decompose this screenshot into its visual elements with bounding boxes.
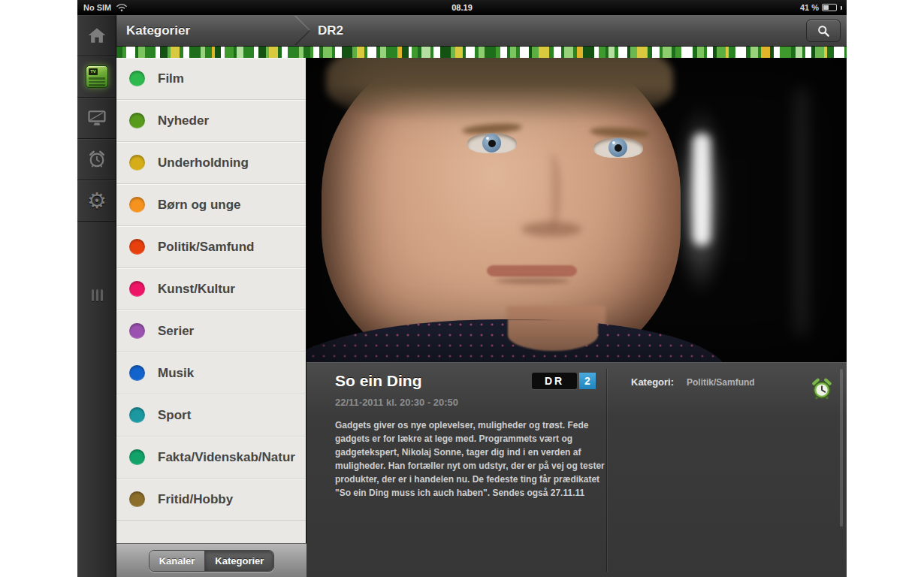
portrait-hair xyxy=(326,58,673,122)
category-row[interactable]: Fritid/Hobby xyxy=(116,479,306,521)
barcode-bar xyxy=(313,47,319,58)
barcode-bar xyxy=(433,47,440,58)
category-row[interactable]: Børn og unge xyxy=(116,184,306,226)
barcode-bar xyxy=(750,47,758,58)
category-row[interactable]: Sport xyxy=(116,394,306,437)
barcode-bar xyxy=(729,47,735,58)
category-field-value: Politik/Samfund xyxy=(687,377,755,388)
barcode-bar xyxy=(386,47,397,58)
barcode-bar xyxy=(815,47,824,58)
barcode-bar xyxy=(510,47,516,58)
barcode-bar xyxy=(455,47,463,58)
segment-kanaler[interactable]: Kanaler xyxy=(149,551,205,571)
category-row[interactable]: Nyheder xyxy=(116,100,306,142)
set-reminder-button[interactable] xyxy=(809,376,835,402)
barcode-bar xyxy=(652,47,660,58)
barcode-bar xyxy=(116,47,122,58)
category-row[interactable]: Musik xyxy=(116,352,306,394)
category-row[interactable]: Film xyxy=(116,58,306,100)
barcode-bar xyxy=(183,47,189,58)
list-toolbar: Kanaler Kategorier xyxy=(116,543,306,577)
program-info-panel: So ein Ding DR 2 22/11-2011 kl. 20:30 - … xyxy=(306,362,847,577)
category-color-dot xyxy=(129,281,145,297)
barcode-bar xyxy=(681,47,693,58)
barcode-bar xyxy=(160,47,168,58)
info-divider xyxy=(607,369,608,572)
program-datetime: 22/11-2011 kl. 20:30 - 20:50 xyxy=(335,397,458,408)
category-row[interactable]: Underholdning xyxy=(116,142,306,184)
scrollbar[interactable] xyxy=(840,369,843,527)
category-color-dot xyxy=(129,407,145,423)
status-bar: No SIM 08.19 41 % xyxy=(77,0,847,15)
barcode-bar xyxy=(126,47,135,58)
dr2-channel-logo: DR 2 xyxy=(532,373,596,389)
barcode-bar xyxy=(697,47,704,58)
rail-item-home[interactable] xyxy=(77,15,116,56)
category-label: Kunst/Kultur xyxy=(158,282,235,297)
category-label: Underholdning xyxy=(158,156,249,171)
category-row[interactable]: Politik/Samfund xyxy=(116,226,306,268)
category-color-dot xyxy=(129,323,145,339)
tv-screen-icon xyxy=(86,107,107,128)
category-color-dot xyxy=(129,491,145,507)
barcode-bar xyxy=(780,47,791,58)
category-label: Film xyxy=(158,71,184,86)
barcode-bar xyxy=(554,47,561,58)
category-color-dot xyxy=(129,449,145,465)
barcode-bar xyxy=(342,47,352,58)
category-color-dot xyxy=(129,365,145,381)
tv-guide-icon: TV xyxy=(86,65,108,88)
icon-rail: TV ⚙ xyxy=(77,15,116,577)
barcode-bar xyxy=(323,47,332,58)
category-row[interactable]: Serier xyxy=(116,310,306,352)
barcode-bar xyxy=(805,47,811,58)
rail-item-tv-guide-active[interactable]: TV xyxy=(77,56,116,98)
barcode-bar xyxy=(630,47,637,58)
barcode-bar xyxy=(577,47,583,58)
category-label: Politik/Samfund xyxy=(158,240,254,255)
rail-item-settings[interactable]: ⚙ xyxy=(77,180,116,222)
barcode-bar xyxy=(145,47,156,58)
breadcrumb-kategorier[interactable]: Kategorier xyxy=(126,15,190,47)
rail-item-channels[interactable] xyxy=(77,98,116,139)
barcode-bar xyxy=(500,47,507,58)
category-field-label: Kategori: xyxy=(631,376,674,388)
barcode-bar xyxy=(583,47,594,58)
category-label: Fakta/Videnskab/Natur xyxy=(158,450,295,465)
category-row[interactable]: Kunst/Kultur xyxy=(116,268,306,310)
category-label: Børn og unge xyxy=(158,198,240,213)
barcode-bar xyxy=(479,47,485,58)
search-button[interactable] xyxy=(806,20,841,42)
program-description: Gadgets giver os nye oplevelser, mulighe… xyxy=(335,418,616,500)
category-list: Film Nyheder Underholdning Børn og unge … xyxy=(116,58,306,543)
settings-gear-icon: ⚙ xyxy=(87,190,107,212)
barcode-bar xyxy=(735,47,746,58)
dr2-logo-number: 2 xyxy=(579,373,596,389)
barcode-bar xyxy=(282,47,288,58)
category-label: Musik xyxy=(158,366,194,381)
barcode-bar xyxy=(215,47,221,58)
breadcrumb-dr2[interactable]: DR2 xyxy=(318,15,343,47)
barcode-bar xyxy=(205,47,212,58)
barcode-bar xyxy=(225,47,234,58)
rail-item-reminders[interactable] xyxy=(77,139,116,180)
barcode-bar xyxy=(707,47,713,58)
barcode-bar xyxy=(380,47,386,58)
clock-time: 08.19 xyxy=(77,0,847,15)
list-mode-segmented-control: Kanaler Kategorier xyxy=(149,550,275,572)
barcode-bar xyxy=(834,47,844,58)
panel-drag-handle[interactable] xyxy=(77,289,116,301)
barcode-bar xyxy=(532,47,539,58)
category-row[interactable]: Fakta/Videnskab/Natur xyxy=(116,437,306,479)
barcode-bar xyxy=(539,47,549,58)
barcode-bar xyxy=(485,47,496,58)
barcode-strip xyxy=(116,47,847,58)
segment-kategorier[interactable]: Kategorier xyxy=(204,551,273,571)
category-color-dot xyxy=(129,197,145,213)
portrait-eye xyxy=(467,133,517,153)
barcode-bar xyxy=(367,47,376,58)
barcode-bar xyxy=(675,47,681,58)
barcode-bar xyxy=(761,47,770,58)
category-label: Fritid/Hobby xyxy=(158,492,233,507)
portrait-mouth xyxy=(487,265,577,276)
